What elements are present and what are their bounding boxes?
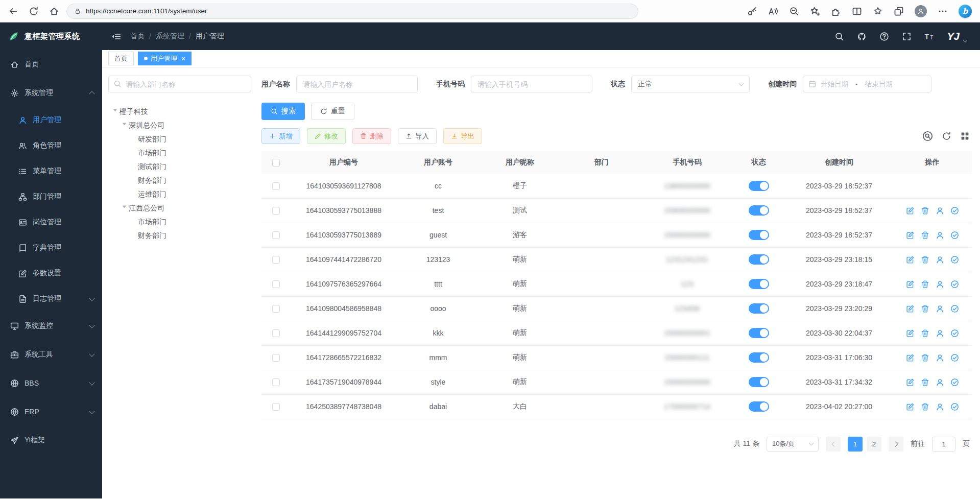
assign-role-icon[interactable] (950, 378, 959, 387)
reset-password-icon[interactable] (936, 255, 944, 264)
sidebar-item-system-monitor[interactable]: 系统监控 (0, 312, 102, 340)
sidebar-item-bbs[interactable]: BBS (0, 369, 102, 397)
favorites-bar-icon[interactable] (873, 6, 883, 16)
font-size-icon[interactable]: TT (924, 32, 934, 41)
edit-icon[interactable] (906, 378, 915, 387)
reset-password-icon[interactable] (936, 378, 944, 387)
grid-icon[interactable] (960, 131, 970, 141)
assign-role-icon[interactable] (950, 280, 959, 289)
sidebar-item-dict-management[interactable]: 字典管理 (0, 235, 102, 260)
tree-node[interactable]: 江西总公司 (108, 201, 256, 215)
breadcrumb-item[interactable]: 首页 (130, 32, 145, 41)
split-screen-icon[interactable] (852, 6, 862, 16)
assign-role-icon[interactable] (950, 304, 959, 313)
tree-node[interactable]: 橙子科技 (108, 105, 256, 118)
close-icon[interactable]: × (181, 55, 185, 62)
refresh-icon[interactable] (942, 131, 951, 141)
row-checkbox[interactable] (272, 329, 280, 337)
back-icon[interactable] (8, 6, 18, 16)
status-toggle[interactable] (749, 205, 769, 216)
breadcrumb-item[interactable]: 系统管理 (156, 32, 184, 41)
tree-node[interactable]: 市场部门 (108, 146, 256, 160)
home-icon[interactable] (49, 6, 59, 16)
assign-role-icon[interactable] (950, 255, 959, 264)
sidebar-item-param-settings[interactable]: 参数设置 (0, 260, 102, 286)
sidebar-item-post-management[interactable]: 岗位管理 (0, 209, 102, 235)
tree-node[interactable]: 财务部门 (108, 229, 256, 243)
assign-role-icon[interactable] (950, 353, 959, 362)
puzzle-icon[interactable] (831, 6, 841, 16)
row-checkbox[interactable] (272, 403, 280, 411)
assign-role-icon[interactable] (950, 329, 959, 338)
sidebar-item-system-management[interactable]: 系统管理 (0, 79, 102, 107)
delete-button[interactable]: 删除 (352, 128, 391, 144)
edit-icon[interactable] (906, 231, 915, 240)
tab-user-management[interactable]: 用户管理× (138, 52, 192, 65)
star-plus-icon[interactable] (810, 6, 820, 16)
collections-icon[interactable] (894, 6, 904, 16)
assign-role-icon[interactable] (950, 402, 959, 411)
reset-password-icon[interactable] (936, 329, 944, 338)
search-icon[interactable] (834, 32, 844, 41)
breadcrumb-item[interactable]: 用户管理 (196, 32, 224, 41)
date-range-picker[interactable]: 开始日期 - 结束日期 (803, 76, 931, 92)
sidebar-item-role-management[interactable]: 角色管理 (0, 133, 102, 158)
reset-password-icon[interactable] (936, 206, 944, 215)
tree-node[interactable]: 市场部门 (108, 215, 256, 229)
edit-icon[interactable] (906, 304, 915, 313)
username-input[interactable] (296, 76, 418, 92)
tree-node[interactable]: 研发部门 (108, 132, 256, 146)
row-checkbox[interactable] (272, 231, 280, 239)
profile-avatar[interactable] (915, 5, 927, 17)
status-toggle[interactable] (749, 328, 769, 338)
edit-icon[interactable] (906, 280, 915, 289)
reset-password-icon[interactable] (936, 304, 944, 313)
status-toggle[interactable] (749, 230, 769, 240)
row-checkbox[interactable] (272, 207, 280, 215)
zoom-out-icon[interactable] (789, 6, 799, 16)
reset-password-icon[interactable] (936, 353, 944, 362)
sidebar-item-dept-management[interactable]: 部门管理 (0, 184, 102, 209)
sidebar-item-system-tools[interactable]: 系统工具 (0, 340, 102, 369)
status-select[interactable]: 正常 (631, 76, 750, 92)
tree-node[interactable]: 深圳总公司 (108, 118, 256, 132)
edit-icon[interactable] (906, 353, 915, 362)
reset-password-icon[interactable] (936, 280, 944, 289)
caret-icon[interactable] (119, 206, 129, 210)
status-toggle[interactable] (749, 303, 769, 314)
import-button[interactable]: 导入 (398, 128, 437, 144)
select-all-checkbox[interactable] (261, 151, 290, 174)
question-icon[interactable] (879, 32, 889, 41)
reset-password-icon[interactable] (936, 231, 944, 240)
search-button[interactable]: 搜索 (261, 103, 305, 120)
more-dots-icon[interactable] (938, 6, 948, 16)
sidebar-item-log-management[interactable]: 日志管理 (0, 286, 102, 312)
delete-icon[interactable] (921, 329, 929, 338)
caret-icon[interactable] (119, 124, 129, 128)
prev-page-button[interactable] (826, 437, 841, 452)
delete-icon[interactable] (921, 402, 929, 411)
assign-role-icon[interactable] (950, 206, 959, 215)
address-bar[interactable]: https://ccnetcore.com:1101/system/user (66, 4, 638, 19)
sidebar-item-erp[interactable]: ERP (0, 397, 102, 426)
delete-icon[interactable] (921, 206, 929, 215)
export-button[interactable]: 导出 (443, 128, 482, 144)
delete-icon[interactable] (921, 378, 929, 387)
row-checkbox[interactable] (272, 280, 280, 288)
edit-icon[interactable] (906, 255, 915, 264)
edit-icon[interactable] (906, 329, 915, 338)
status-toggle[interactable] (749, 279, 769, 289)
status-toggle[interactable] (749, 352, 769, 363)
read-aloud-icon[interactable] (768, 6, 778, 16)
phone-input[interactable] (471, 76, 592, 92)
fullscreen-icon[interactable] (902, 32, 912, 41)
search-circle-icon[interactable] (922, 131, 933, 141)
row-checkbox[interactable] (272, 182, 280, 190)
page-size-select[interactable]: 10条/页 (767, 437, 819, 452)
reset-password-icon[interactable] (936, 402, 944, 411)
dept-search-input[interactable] (108, 76, 251, 92)
tree-node[interactable]: 财务部门 (108, 174, 256, 187)
edit-button[interactable]: 修改 (307, 128, 346, 144)
assign-role-icon[interactable] (950, 231, 959, 240)
page-1-button[interactable]: 1 (848, 437, 863, 452)
